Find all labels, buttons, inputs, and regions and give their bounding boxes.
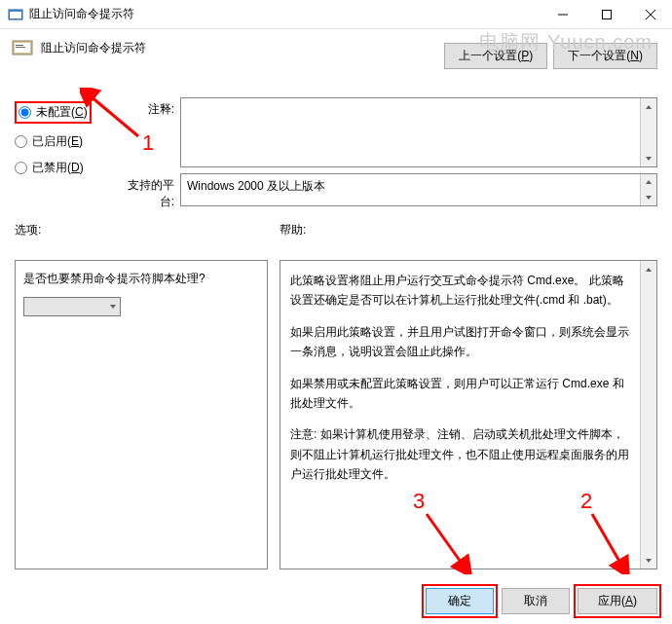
- radio-disabled-label: 已禁用(D): [32, 160, 84, 176]
- svg-marker-14: [110, 305, 116, 309]
- help-p1: 此策略设置将阻止用户运行交互式命令提示符 Cmd.exe。 此策略设置还确定是否…: [290, 271, 635, 311]
- scroll-up-icon[interactable]: [641, 261, 656, 277]
- lower-row: 选项: 是否也要禁用命令提示符脚本处理? 帮助: 此策略设置将阻止用户运行交互式…: [0, 216, 672, 569]
- svg-marker-13: [646, 196, 652, 200]
- scroll-down-icon[interactable]: [641, 150, 656, 166]
- svg-rect-8: [16, 45, 23, 46]
- platform-box: Windows 2000 及以上版本: [180, 173, 657, 206]
- radio-not-configured-wrap: 未配置(C): [15, 101, 92, 124]
- chevron-down-icon: [109, 303, 117, 311]
- options-column: 选项: 是否也要禁用命令提示符脚本处理?: [15, 222, 268, 569]
- svg-marker-15: [646, 268, 652, 272]
- svg-rect-1: [10, 12, 21, 18]
- close-button[interactable]: [628, 0, 672, 29]
- options-label: 选项:: [15, 222, 268, 239]
- radio-enabled[interactable]: [15, 135, 27, 148]
- help-label: 帮助:: [280, 222, 657, 239]
- comment-textarea[interactable]: [180, 97, 657, 167]
- scrollbar[interactable]: [640, 261, 656, 569]
- window-title: 阻止访问命令提示符: [29, 6, 541, 22]
- platform-text: Windows 2000 及以上版本: [181, 174, 656, 199]
- radio-enabled-label: 已启用(E): [32, 133, 83, 150]
- svg-rect-9: [16, 47, 25, 48]
- maximize-button[interactable]: [584, 0, 628, 29]
- scroll-down-icon[interactable]: [641, 190, 656, 205]
- apply-button[interactable]: 应用(A): [578, 588, 657, 614]
- svg-marker-11: [646, 157, 652, 161]
- platform-label: 支持的平台:: [122, 173, 180, 210]
- svg-marker-16: [646, 559, 652, 563]
- footer-buttons: 确定 取消 应用(A): [426, 588, 657, 614]
- radio-not-configured[interactable]: [19, 106, 31, 119]
- scrollbar[interactable]: [640, 174, 656, 205]
- policy-header-icon: [12, 39, 33, 56]
- nav-buttons: 上一个设置(P) 下一个设置(N): [444, 43, 657, 69]
- scroll-up-icon[interactable]: [641, 98, 656, 115]
- cancel-button[interactable]: 取消: [502, 588, 570, 614]
- policy-icon: [8, 7, 23, 22]
- scroll-up-icon[interactable]: [641, 174, 656, 190]
- scrollbar[interactable]: [640, 98, 656, 166]
- titlebar: 阻止访问命令提示符: [0, 0, 672, 29]
- minimize-button[interactable]: [541, 0, 584, 29]
- radio-not-configured-label: 未配置(C): [36, 104, 88, 121]
- help-p3: 如果禁用或未配置此策略设置，则用户可以正常运行 Cmd.exe 和批处理文件。: [290, 374, 635, 414]
- radio-disabled[interactable]: [15, 162, 27, 174]
- svg-marker-12: [646, 180, 652, 184]
- radio-group: 未配置(C) 已启用(E) 已禁用(D): [15, 97, 122, 216]
- prev-setting-button[interactable]: 上一个设置(P): [444, 43, 547, 69]
- next-setting-button[interactable]: 下一个设置(N): [553, 43, 657, 69]
- help-p4: 注意: 如果计算机使用登录、注销、启动或关机批处理文件脚本，则不阻止计算机运行批…: [290, 424, 635, 484]
- options-panel: 是否也要禁用命令提示符脚本处理?: [15, 260, 268, 569]
- option-question: 是否也要禁用命令提示符脚本处理?: [23, 271, 259, 287]
- svg-marker-10: [646, 105, 652, 109]
- scroll-down-icon[interactable]: [641, 552, 656, 569]
- content-top: 未配置(C) 已启用(E) 已禁用(D) 注释: 支持的平台:: [0, 90, 672, 216]
- fields-col: 注释: 支持的平台: Windows 2000 及以上版本: [122, 97, 657, 216]
- svg-rect-3: [602, 10, 611, 18]
- ok-button[interactable]: 确定: [426, 588, 494, 614]
- option-select[interactable]: [23, 297, 121, 316]
- comment-label: 注释:: [122, 97, 180, 167]
- help-panel: 此策略设置将阻止用户运行交互式命令提示符 Cmd.exe。 此策略设置还确定是否…: [280, 260, 657, 569]
- help-p2: 如果启用此策略设置，并且用户试图打开命令窗口，则系统会显示一条消息，说明设置会阻…: [290, 322, 635, 362]
- help-column: 帮助: 此策略设置将阻止用户运行交互式命令提示符 Cmd.exe。 此策略设置还…: [280, 222, 657, 569]
